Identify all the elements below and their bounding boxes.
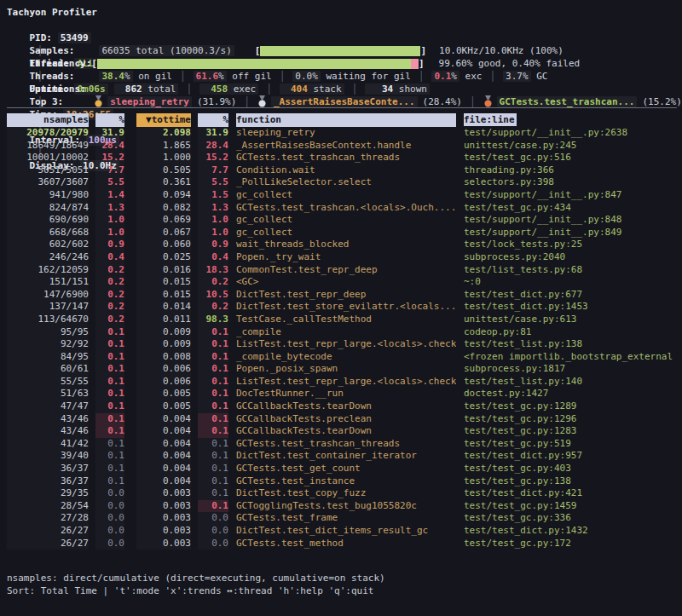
- table-row[interactable]: 26/270.00.0030.0GCTests.test_methodtest/…: [7, 538, 682, 550]
- samples-gauge: [260, 46, 420, 56]
- separator: │: [352, 83, 358, 95]
- table-row[interactable]: 151/1510.20.0150.2<GC>~:0: [7, 276, 682, 289]
- table-row[interactable]: 41/420.10.0040.1GCTests.test_trashcan_th…: [7, 438, 682, 451]
- table-row[interactable]: 137/1470.20.0140.2DictTest.test_store_ev…: [7, 301, 682, 314]
- table-row[interactable]: 5051/50517.70.5057.7Condition.waitthread…: [7, 164, 682, 177]
- cell-nsamples: 690/690: [7, 214, 89, 227]
- cell-nsamples: 36/37: [7, 463, 89, 475]
- cell-function: gc_collect: [236, 214, 456, 227]
- separator: │: [180, 71, 186, 82]
- top-function-pct: (15.2%): [642, 96, 681, 107]
- table-row[interactable]: 27/280.00.0030.0GCTests.test_frametest/t…: [7, 512, 682, 525]
- cell-pct-cumulative: 0.1: [198, 388, 228, 400]
- table-row[interactable]: 60/610.10.0060.1Popen._posix_spawnsubpro…: [7, 363, 682, 376]
- table-row[interactable]: 18649/1864928.41.86528.4_AssertRaisesBas…: [7, 140, 682, 153]
- cell-tottime: 0.361: [136, 176, 191, 189]
- table-row[interactable]: 147/69000.20.01510.5DictTest.test_repr_d…: [7, 289, 682, 302]
- cell-nsamples: 51/63: [7, 388, 89, 400]
- cell-fileline: test/test_gc.py:403: [464, 463, 682, 475]
- samples-bar-close: ]: [420, 45, 426, 56]
- efficiency-gauge: [97, 59, 419, 69]
- cell-tottime: 0.014: [136, 301, 191, 314]
- table-row[interactable]: 47/470.10.0050.1GCCallbackTests.tearDown…: [7, 400, 682, 413]
- cell-pct-direct: 0.1: [95, 438, 124, 451]
- cell-fileline: test/test_list.py:138: [464, 338, 682, 351]
- table-row[interactable]: 43/460.10.0040.1GCCallbackTests.preclean…: [7, 413, 682, 426]
- cell-function: <GC>: [236, 276, 456, 289]
- column-header-function[interactable]: function: [236, 113, 456, 127]
- table-row[interactable]: 55/550.10.0060.1ListTest.test_repr_large…: [7, 376, 682, 389]
- table-row[interactable]: 36/370.10.0040.1GCTests.test_instancetes…: [7, 475, 682, 488]
- table-row[interactable]: 28/540.00.0030.1GCTogglingTests.test_bug…: [7, 500, 682, 513]
- cell-function: gc_collect: [236, 189, 456, 202]
- cell-function: ListTest.test_repr_large.<locals>.check: [236, 338, 456, 351]
- table-row[interactable]: 26/270.00.0030.0DictTest.test_dict_items…: [7, 525, 682, 538]
- cell-pct-cumulative: 18.3: [198, 264, 228, 277]
- table-row[interactable]: 3607/36075.50.3615.5_PollLikeSelector.se…: [7, 176, 682, 189]
- cell-pct-direct: 0.2: [95, 264, 124, 277]
- percent-sign: %: [451, 71, 457, 82]
- table-row[interactable]: 246/2460.40.0250.4Popen._try_waitsubproc…: [7, 251, 682, 264]
- table-row[interactable]: 941/9801.40.0941.5gc_collecttest/support…: [7, 189, 682, 202]
- cell-pct-cumulative: 0.0: [198, 525, 228, 538]
- cell-function: DictTest.test_container_iterator: [236, 450, 456, 463]
- cell-fileline: test/test_gc.py:434: [464, 202, 682, 215]
- table-row[interactable]: 602/6020.90.0600.9wait_threads_blockedte…: [7, 239, 682, 251]
- separator: │: [186, 83, 192, 95]
- silver-medal-icon: [257, 95, 267, 107]
- column-header-tottime-sorted[interactable]: ▼tottime: [136, 113, 191, 127]
- table-row[interactable]: 690/6901.00.0691.0gc_collecttest/support…: [7, 214, 682, 227]
- cell-tottime: 0.009: [136, 338, 191, 351]
- cell-nsamples: 10001/10002: [7, 152, 89, 164]
- column-header-nsamples[interactable]: nsamples: [7, 113, 89, 127]
- cell-pct-direct: 7.7: [95, 164, 124, 177]
- cell-pct-cumulative: 0.1: [198, 376, 228, 389]
- cell-nsamples: 26/27: [7, 538, 89, 550]
- cell-nsamples: 147/6900: [7, 289, 89, 302]
- table-row[interactable]: 39/400.10.0040.1DictTest.test_container_…: [7, 450, 682, 463]
- top-function-pct: (28.4%): [423, 96, 462, 107]
- top-function-name[interactable]: sleeping_retry: [107, 96, 192, 107]
- cell-function: DocTestRunner.__run: [236, 388, 456, 400]
- top-function-name[interactable]: GCTests.test_trashcan...: [497, 96, 638, 107]
- table-row[interactable]: 43/460.10.0040.1GCCallbackTests.tearDown…: [7, 425, 682, 438]
- table-row[interactable]: 113/646700.20.01198.3TestCase._callTestM…: [7, 314, 682, 326]
- table-row[interactable]: 162/120590.20.01618.3CommonTest.test_rep…: [7, 264, 682, 277]
- cell-fileline: test/test_list.py:140: [464, 376, 682, 389]
- table-row[interactable]: 92/920.10.0090.1ListTest.test_repr_large…: [7, 338, 682, 351]
- table-row[interactable]: 51/630.10.0050.1DocTestRunner.__rundocte…: [7, 388, 682, 400]
- table-row[interactable]: 84/950.10.0080.1_compile_bytecode<frozen…: [7, 351, 682, 364]
- table-row[interactable]: 824/8741.30.0821.3GCTests.test_trashcan.…: [7, 202, 682, 215]
- cell-fileline: test/test_dict.py:1432: [464, 525, 682, 538]
- column-header-pct-direct[interactable]: %: [95, 113, 124, 127]
- cell-pct-cumulative: 0.0: [198, 512, 228, 525]
- separator: │: [266, 83, 272, 95]
- cell-pct-cumulative: 0.1: [198, 351, 228, 364]
- column-header-fileline[interactable]: file:line: [464, 113, 517, 126]
- cell-nsamples: 92/92: [7, 338, 89, 351]
- cell-fileline: test/test_gc.py:519: [464, 438, 682, 451]
- table-row[interactable]: 20978/2097931.92.09831.9sleeping_retryte…: [7, 127, 682, 140]
- table-row[interactable]: 36/370.10.0040.1GCTests.test_get_countte…: [7, 463, 682, 475]
- samples-rate: 10.0KHz/10.0KHz (100%): [439, 45, 564, 56]
- cell-nsamples: 137/147: [7, 301, 89, 314]
- top-function-name[interactable]: _AssertRaisesBaseConte...: [271, 96, 418, 107]
- cell-tottime: 0.069: [136, 214, 191, 227]
- cell-pct-direct: 0.4: [95, 251, 124, 264]
- cell-pct-direct: 0.1: [95, 400, 124, 413]
- efficiency-summary: 99.60% good, 0.40% failed: [439, 58, 581, 69]
- footer: nsamples: direct/cumulative (direct=exec…: [7, 572, 682, 597]
- column-header-pct-cumulative[interactable]: %: [198, 113, 228, 127]
- table-row[interactable]: 668/6681.00.0671.0gc_collecttest/support…: [7, 227, 682, 239]
- table-row[interactable]: 10001/1000215.21.00015.2GCTests.test_tra…: [7, 152, 682, 164]
- cell-nsamples: 246/246: [7, 251, 89, 264]
- table-row[interactable]: 29/350.00.0030.1DictTest.test_copy_fuzzt…: [7, 487, 682, 500]
- cell-tottime: 0.003: [136, 525, 191, 538]
- table-row[interactable]: 95/950.10.0090.1_compilecodeop.py:81: [7, 326, 682, 339]
- cell-function: DictTest.test_copy_fuzz: [236, 487, 456, 500]
- cell-pct-direct: 0.1: [95, 326, 124, 339]
- cell-pct-direct: 0.1: [95, 363, 124, 376]
- bronze-medal-icon: [483, 95, 493, 107]
- cell-function: GCTests.test_trashcan_threads: [236, 438, 456, 451]
- cell-function: GCTests.test_trashcan.<locals>.Ouch....: [236, 202, 456, 215]
